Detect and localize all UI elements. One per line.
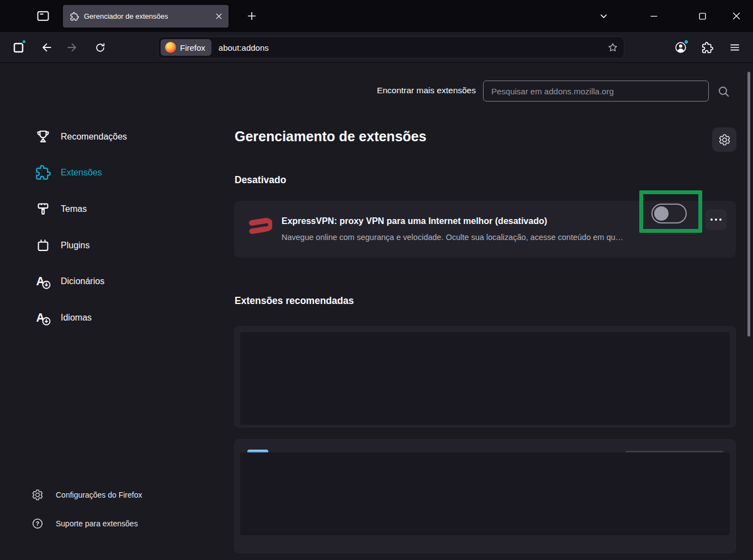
- recommended-section-heading: Extensões recomendadas: [235, 295, 354, 307]
- plus-icon: [247, 12, 256, 20]
- sidebar-item-languages[interactable]: A Idiomas: [34, 307, 92, 329]
- url-identity-chip[interactable]: Firefox: [161, 39, 211, 56]
- sidebar-item-dictionaries[interactable]: A Dicionários: [34, 270, 104, 292]
- page-title: Gerenciamento de extensões: [235, 129, 426, 145]
- account-button[interactable]: [671, 38, 691, 57]
- reload-icon: [94, 42, 106, 54]
- paintbrush-icon: [34, 200, 52, 218]
- title-bar: Gerenciador de extensões: [0, 0, 753, 32]
- new-tab-button[interactable]: [242, 6, 262, 26]
- notification-dot: [683, 39, 689, 45]
- sidebar-item-recommendations[interactable]: Recomendações: [34, 126, 127, 148]
- sidebar-item-label: Dicionários: [61, 276, 104, 286]
- svg-text:?: ?: [36, 520, 39, 527]
- minimize-icon: [650, 13, 657, 20]
- star-icon: [608, 42, 618, 52]
- recommended-extension-card-placeholder[interactable]: [235, 440, 735, 553]
- url-text: about:addons: [219, 43, 604, 52]
- tab-title: Gerenciador de extensões: [84, 12, 207, 20]
- sidebar-footer-label: Configurações do Firefox: [56, 490, 142, 499]
- sidebar-item-plugins[interactable]: Plugins: [34, 234, 89, 257]
- navigation-toolbar: Firefox about:addons: [0, 32, 753, 63]
- app-menu-button[interactable]: [725, 38, 745, 57]
- expressvpn-logo-icon: [246, 214, 272, 238]
- sidebar-item-label: Recomendações: [61, 132, 127, 142]
- maximize-icon: [699, 13, 706, 20]
- sidebar-item-label: Plugins: [61, 241, 89, 250]
- language-download-icon: A: [34, 309, 52, 327]
- vertical-scrollbar-thumb[interactable]: [747, 72, 750, 337]
- firefox-logo-icon: [165, 42, 176, 53]
- tools-for-all-addons-button[interactable]: [712, 127, 736, 152]
- plug-icon: [34, 237, 52, 254]
- find-more-extensions-label: Encontrar mais extensões: [377, 86, 476, 95]
- list-all-tabs-button[interactable]: [591, 6, 616, 26]
- addons-search-input[interactable]: [483, 81, 709, 102]
- back-arrow-icon: [40, 41, 52, 54]
- disabled-section-heading: Desativado: [235, 174, 286, 186]
- ellipsis-icon: [710, 218, 722, 221]
- notification-box-icon: [12, 41, 25, 54]
- search-icon: [717, 85, 730, 98]
- dictionary-download-icon: A: [34, 273, 52, 290]
- recommended-extension-card-placeholder[interactable]: [235, 327, 735, 427]
- account-icon: [674, 41, 687, 54]
- forward-arrow-icon: [66, 41, 78, 54]
- trophy-icon: [34, 128, 52, 146]
- toolbar-extension-button[interactable]: [9, 38, 29, 57]
- extension-description: Navegue online com segurança e velocidad…: [282, 233, 729, 242]
- notification-dot: [22, 39, 26, 44]
- firefox-view-icon: [36, 9, 50, 23]
- sidebar-item-firefox-settings[interactable]: Configurações do Firefox: [30, 485, 142, 505]
- hamburger-menu-icon: [729, 42, 740, 53]
- puzzle-icon: [702, 42, 713, 54]
- browser-tab[interactable]: Gerenciador de extensões: [63, 5, 229, 28]
- card-placeholder-content: [240, 452, 730, 535]
- bookmark-star-button[interactable]: [604, 39, 622, 56]
- extension-enable-toggle[interactable]: [651, 204, 687, 223]
- card-placeholder-content: [240, 332, 730, 425]
- puzzle-icon: [34, 164, 52, 182]
- sidebar-item-extensions[interactable]: Extensões: [34, 162, 102, 184]
- url-chip-label: Firefox: [180, 43, 205, 52]
- gear-icon: [718, 134, 731, 146]
- sidebar-item-label: Idiomas: [61, 313, 92, 323]
- url-bar[interactable]: Firefox about:addons: [158, 37, 624, 58]
- sidebar-item-extension-support[interactable]: ? Suporte para extensões: [30, 514, 138, 534]
- question-icon: ?: [30, 516, 45, 531]
- window-close-button[interactable]: [724, 0, 749, 32]
- chevron-down-icon: [600, 12, 608, 20]
- extensions-toolbar-button[interactable]: [697, 38, 717, 57]
- reload-button[interactable]: [90, 38, 110, 57]
- sidebar-footer-label: Suporte para extensões: [56, 519, 138, 528]
- sidebar-item-label: Extensões: [61, 168, 102, 178]
- extension-card-expressvpn[interactable]: ExpressVPN: proxy VPN para uma Internet …: [235, 201, 735, 257]
- search-submit-button[interactable]: [716, 84, 731, 99]
- firefox-view-button[interactable]: [31, 4, 55, 28]
- tab-close-button[interactable]: [212, 10, 225, 23]
- forward-button[interactable]: [62, 38, 82, 57]
- back-button[interactable]: [36, 38, 56, 57]
- tab-puzzle-icon: [70, 12, 79, 21]
- window-maximize-button[interactable]: [690, 0, 715, 32]
- extension-name: ExpressVPN: proxy VPN para uma Internet …: [282, 216, 547, 226]
- close-icon: [733, 12, 740, 20]
- sidebar-item-label: Temas: [61, 204, 87, 214]
- extension-more-options-button[interactable]: [706, 209, 727, 230]
- gear-icon: [30, 488, 45, 502]
- sidebar-item-themes[interactable]: Temas: [34, 198, 87, 220]
- toggle-knob: [654, 206, 669, 221]
- window-minimize-button[interactable]: [641, 0, 666, 32]
